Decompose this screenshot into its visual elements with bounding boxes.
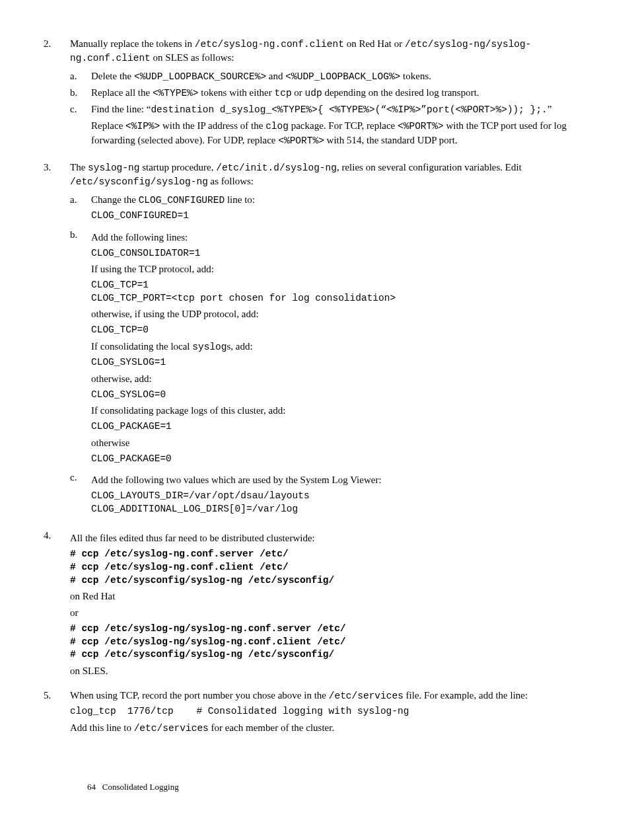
code-inline: <%UDP_LOOPBACK_SOURCE%> [134,71,266,82]
step-2: 2. Manually replace the tokens in /etc/s… [44,37,584,153]
code-block: CLOG_SYSLOG=0 [91,389,584,402]
substeps: a. Change the CLOG_CONFIGURED line to: C… [70,193,584,519]
page-footer: 64 Consolidated Logging [87,781,179,793]
text: Replace [91,120,125,131]
text: ” [547,104,552,114]
substep-label: a. [70,69,91,83]
text: file. For example, add the line: [403,690,528,701]
text: Delete the [91,71,134,81]
text: Add the following two values which are u… [91,473,584,487]
text: on SLES. [70,664,584,678]
substep-b: b. Replace all the <%TYPE%> tokens with … [70,86,584,100]
text: Manually replace the tokens in [70,38,195,49]
code-block: CLOG_CONSOLIDATOR=1 [91,247,584,260]
step-4: 4. All the files edited thus far need to… [44,529,584,680]
text: otherwise [91,436,584,450]
substep-label: a. [70,193,91,225]
code-inline: <%UDP_LOOPBACK_LOG%> [285,71,400,82]
step-body: Manually replace the tokens in /etc/sysl… [70,37,584,153]
code-inline: <%PORT%> [278,135,324,146]
paragraph: If consolidating the local syslogs, add: [91,340,584,354]
code-inline: /etc/services [134,723,209,734]
code-inline: /etc/services [329,691,403,701]
text: Change the [91,194,139,205]
step-body: The syslog-ng startup procedure, /etc/in… [70,161,584,521]
code-block: CLOG_PACKAGE=0 [91,453,584,466]
text: startup procedure, [139,162,216,172]
code-block: CLOG_TCP=0 [91,324,584,337]
code-inline: /etc/syslog-ng.conf.client [195,39,344,50]
text: and [266,71,285,81]
text: tokens. [400,71,431,81]
step-number: 4. [44,529,70,680]
text: s, add: [227,341,253,352]
code-block: CLOG_PACKAGE=1 [91,420,584,434]
substep-c: c. Add the following two values which ar… [70,471,584,518]
step-body: All the files edited thus far need to be… [70,529,584,680]
step-3: 3. The syslog-ng startup procedure, /etc… [44,161,584,521]
code-inline: <%TYPE%> [153,88,199,98]
substep-label: b. [70,228,91,469]
code-inline: <%PORT%> [398,121,444,132]
numbered-steps: 2. Manually replace the tokens in /etc/s… [44,37,584,738]
code-inline: udp [305,88,322,98]
paragraph: Add this line to /etc/services for each … [70,721,584,735]
footer-title: Consolidated Logging [102,782,179,792]
code-inline: /etc/sysconfig/syslog-ng [70,176,208,187]
text: If using the TCP protocol, add: [91,262,584,276]
substep-b: b. Add the following lines: CLOG_CONSOLI… [70,228,584,469]
paragraph: Replace <%IP%> with the IP address of th… [91,119,584,147]
text: , relies on several configuration variab… [337,162,522,172]
code-inline: <%IP%> [125,121,160,132]
step-number: 2. [44,37,70,153]
text: The [70,162,88,172]
text: line to: [225,194,255,205]
code-block: CLOG_TCP=1 CLOG_TCP_PORT=<tcp port chose… [91,279,584,305]
text: on SLES as follows: [151,52,234,63]
text: Replace all the [91,87,153,98]
substep-label: b. [70,86,91,100]
step-body: When using TCP, record the port number y… [70,689,584,738]
substep-label: c. [70,471,91,518]
substep-a: a. Change the CLOG_CONFIGURED line to: C… [70,193,584,225]
text: package. For TCP, replace [289,120,398,131]
text: otherwise, add: [91,372,584,386]
text: on Red Hat [70,590,584,603]
code-inline: clog [265,121,289,132]
step-5: 5. When using TCP, record the port numbe… [44,689,584,738]
substeps: a. Delete the <%UDP_LOOPBACK_SOURCE%> an… [70,69,584,150]
text: When using TCP, record the port number y… [70,690,329,701]
text: Add the following lines: [91,231,584,245]
code-inline: /etc/init.d/syslog-ng [216,163,337,173]
substep-label: c. [70,102,91,150]
code-inline: tcp [274,88,291,98]
text: otherwise, if using the UDP protocol, ad… [91,307,584,321]
text: depending on the desired log transport. [322,87,479,98]
code-block: CLOG_LAYOUTS_DIR=/var/opt/dsau/layouts C… [91,490,584,515]
text: If consolidating package logs of this cl… [91,404,584,418]
text: for each member of the cluster. [209,722,334,733]
code-inline: syslog-ng [88,163,139,173]
text: or [292,87,305,98]
code-inline: syslog [192,342,227,352]
text: with 514, the standard UDP port. [324,135,458,145]
substep-a: a. Delete the <%UDP_LOOPBACK_SOURCE%> an… [70,69,584,83]
page-number: 64 [87,782,96,792]
code-block: clog_tcp 1776/tcp # Consolidated logging… [70,705,584,718]
text: All the files edited thus far need to be… [70,531,584,545]
text: or [70,606,584,620]
text: as follows: [208,176,254,186]
text: with the IP address of the [160,120,265,131]
code-block: CLOG_SYSLOG=1 [91,356,584,369]
substep-c: c. Find the line: “destination d_syslog_… [70,102,584,150]
text: Find the line: “ [91,104,151,114]
step-number: 5. [44,689,70,738]
code-block: CLOG_CONFIGURED=1 [91,210,584,223]
code-block: # ccp /etc/syslog-ng.conf.server /etc/ #… [70,548,584,587]
code-inline: CLOG_CONFIGURED [139,195,225,206]
text: on Red Hat or [344,38,405,49]
code-block: # ccp /etc/syslog-ng/syslog-ng.conf.serv… [70,623,584,662]
code-inline: destination d_syslog_<%TYPE%>{ <%TYPE%>(… [151,104,547,115]
text: tokens with either [199,87,275,98]
text: Add this line to [70,722,134,733]
